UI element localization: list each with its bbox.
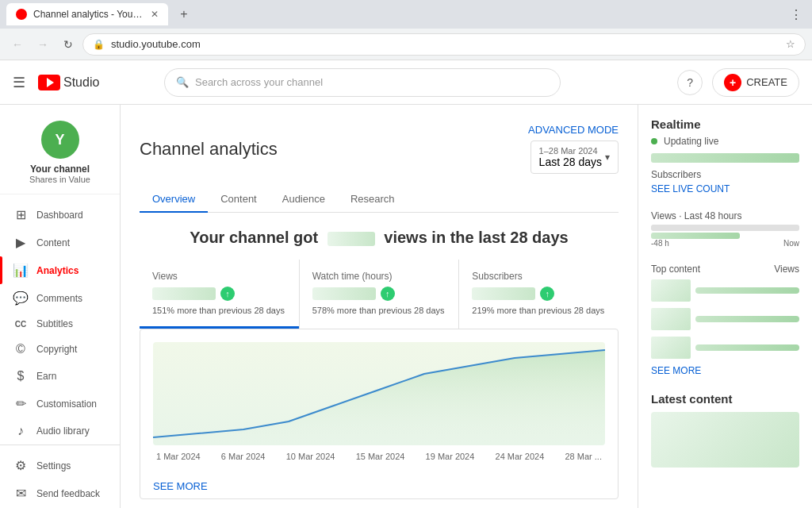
top-bar-3 [695,344,799,351]
stat-label-subscribers: Subscribers [472,271,606,282]
chart-svg [153,342,605,445]
browser-nav: ← → ↻ 🔒 studio.youtube.com ☆ [0,29,812,60]
stat-change-views: 151% more than previous 28 days [152,306,286,315]
sidebar-item-copyright[interactable]: © Copyright [0,336,120,363]
stat-card-subscribers[interactable]: Subscribers ↑ 219% more than previous 28… [459,260,619,329]
chart-inner: 1 Mar 2024 6 Mar 2024 10 Mar 2024 15 Mar… [140,329,618,474]
headline-suffix: views in the last 28 days [384,229,568,246]
tab-content[interactable]: Content [208,187,270,213]
sidebar-item-dashboard[interactable]: ⊞ Dashboard [0,201,120,229]
browser-tab[interactable]: Channel analytics - YouTube Studio ✕ [6,3,168,25]
stat-up-icon-views: ↑ [220,287,235,301]
stat-change-subscribers: 219% more than previous 28 days [472,306,606,315]
stat-value-row-views: ↑ [152,287,286,301]
tab-close-btn[interactable]: ✕ [151,9,159,20]
new-tab-button[interactable]: + [173,3,195,25]
search-bar[interactable]: 🔍 Search across your channel [164,68,561,97]
date-filter[interactable]: 1–28 Mar 2024 Last 28 days ▾ [530,140,619,174]
top-content-panel: Top content Views SEE MORE [651,264,799,376]
sidebar-item-label-content: Content [36,237,70,248]
menu-button[interactable]: ☰ [13,74,25,91]
page-content: Channel analytics ADVANCED MODE 1–28 Mar… [121,105,638,508]
channel-subtitle: Shares in Value [13,175,107,184]
top-content-panel-header: Top content Views [651,264,799,275]
sidebar-item-audio[interactable]: ♪ Audio library [0,418,120,444]
stat-change-watchtime: 578% more than previous 28 days [312,306,446,315]
views-48h-section: Views · Last 48 hours -48 h Now [651,210,799,248]
chart-placeholder [153,342,605,445]
sidebar-item-settings[interactable]: ⚙ Settings [0,452,120,479]
page-header: Channel analytics ADVANCED MODE 1–28 Mar… [140,124,619,174]
views-fill-bar [651,233,740,239]
sidebar-item-label-comments: Comments [36,293,82,304]
bookmark-icon[interactable]: ☆ [786,38,795,50]
tab-title: Channel analytics - YouTube Studio [33,9,144,20]
channel-name: Your channel [13,164,107,175]
chart-date-6: 28 Mar ... [565,452,602,461]
play-triangle [47,78,54,87]
main-content: Y Your channel Shares in Value ⊞ Dashboa… [0,105,812,508]
stat-card-watchtime[interactable]: Watch time (hours) ↑ 578% more than prev… [300,260,459,329]
search-placeholder: Search across your channel [195,76,323,88]
chart-date-0: 1 Mar 2024 [156,452,201,461]
browser-menu-icon: ⋮ [787,5,806,24]
time-end: Now [783,239,799,248]
address-bar[interactable]: 🔒 studio.youtube.com ☆ [82,33,806,56]
see-more-realtime-button[interactable]: SEE MORE [651,365,799,376]
copyright-icon: © [13,342,29,356]
help-button[interactable]: ? [677,70,703,95]
date-range-sub: 1–28 Mar 2024 [539,146,602,156]
top-content-item-3 [651,337,799,359]
content-icon: ▶ [13,235,29,250]
latest-content-thumbnail [651,412,799,468]
sidebar-item-label-settings: Settings [36,460,71,471]
stat-value-watchtime [312,287,376,300]
chart-date-5: 24 Mar 2024 [496,452,545,461]
time-labels: -48 h Now [651,239,799,248]
see-more-chart[interactable]: SEE MORE [140,474,220,498]
see-live-count-button[interactable]: SEE LIVE COUNT [651,183,799,194]
chart-area: 1 Mar 2024 6 Mar 2024 10 Mar 2024 15 Mar… [140,329,619,499]
channel-avatar: Y [41,121,79,159]
top-bar-1 [695,287,799,294]
create-icon: + [724,74,741,91]
sidebar-item-customisation[interactable]: ✏ Customisation [0,390,120,418]
top-content-item-1 [651,279,799,302]
advanced-mode-button[interactable]: ADVANCED MODE [528,124,619,136]
sidebar-item-subtitles[interactable]: CC Subtitles [0,312,120,336]
earn-icon: $ [13,369,29,383]
create-button[interactable]: + CREATE [712,68,799,97]
stat-up-icon-watchtime: ↑ [381,287,395,301]
back-button[interactable]: ← [6,33,29,56]
sidebar-item-comments[interactable]: 💬 Comments [0,284,120,312]
sidebar-item-feedback[interactable]: ✉ Send feedback [0,479,120,507]
sidebar-item-earn[interactable]: $ Earn [0,363,120,390]
time-start: -48 h [651,239,669,248]
stats-cards: Views ↑ 151% more than previous 28 days … [140,260,619,329]
comments-icon: 💬 [13,291,29,306]
sidebar-item-label-customisation: Customisation [36,398,97,410]
sidebar: Y Your channel Shares in Value ⊞ Dashboa… [0,105,121,508]
top-content-views-col: Views [774,264,799,275]
page-title: Channel analytics [140,139,278,160]
sidebar-item-label-audio: Audio library [36,425,90,437]
tab-research[interactable]: Research [338,187,408,213]
logo-text: Studio [63,75,99,90]
dashboard-icon: ⊞ [13,207,29,222]
date-range-value: Last 28 days [539,156,602,168]
top-bar-2 [695,316,799,322]
chart-date-4: 19 Mar 2024 [426,452,475,461]
sidebar-item-content[interactable]: ▶ Content [0,229,120,256]
audio-icon: ♪ [13,424,29,438]
sidebar-item-label-analytics: Analytics [36,265,79,276]
sidebar-item-analytics[interactable]: 📊 Analytics [0,256,120,284]
stat-label-watchtime: Watch time (hours) [312,271,446,282]
chart-date-1: 6 Mar 2024 [221,452,266,461]
refresh-button[interactable]: ↻ [57,33,79,56]
search-icon: 🔍 [176,76,189,88]
youtube-icon [38,75,60,90]
tab-audience[interactable]: Audience [270,187,338,213]
stat-card-views[interactable]: Views ↑ 151% more than previous 28 days [140,260,299,329]
forward-button[interactable]: → [32,33,54,56]
tab-overview[interactable]: Overview [140,187,208,213]
